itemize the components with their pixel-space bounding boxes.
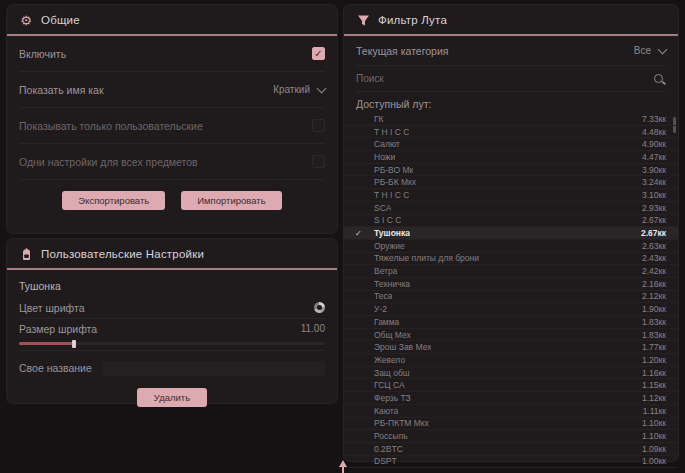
loot-item-value: 2.67кк: [641, 228, 666, 238]
loot-item-value: 3.24кк: [642, 177, 666, 187]
loot-item-name: Ветра: [374, 266, 397, 276]
loot-item-name: 0.2BTC: [374, 444, 403, 454]
loot-item-row[interactable]: Салют4.90кк: [344, 138, 678, 151]
checkbox[interactable]: ✓: [312, 47, 325, 60]
user-settings-panel-header: Пользовательские Настройки: [7, 239, 337, 270]
loot-item-row[interactable]: Эрош Зав Мех1.77кк: [344, 341, 678, 354]
custom-name-row: Свое название: [19, 359, 325, 377]
loot-item-row[interactable]: Ножи4.47кк: [344, 151, 678, 164]
custom-name-input[interactable]: [102, 361, 325, 376]
loot-item-value: 2.63кк: [642, 241, 666, 251]
loot-item-value: 2.67кк: [642, 215, 666, 225]
loot-item-value: 1.20кк: [642, 355, 666, 365]
loot-item-row[interactable]: ✓Тушонка2.67кк: [344, 227, 678, 240]
loot-item-name: Гамма: [374, 317, 399, 327]
user-settings-panel-title: Пользовательские Настройки: [41, 248, 204, 260]
loot-item-row[interactable]: ГК7.33кк: [344, 113, 678, 126]
settings-row: Показывать только пользовательские: [19, 108, 325, 144]
settings-label: Показывать только пользовательские: [19, 120, 203, 132]
loot-item-value: 1.83кк: [642, 317, 666, 327]
loot-item-row[interactable]: S I С С2.67кк: [344, 215, 678, 228]
import-button[interactable]: Импортировать: [181, 191, 281, 210]
loot-item-value: 1.12кк: [642, 393, 666, 403]
loot-item-name: Салют: [374, 139, 400, 149]
export-button[interactable]: Экспортировать: [62, 191, 165, 210]
loot-item-value: 1.00кк: [642, 456, 666, 466]
loot-item-row[interactable]: Каюта1.11кк: [344, 405, 678, 418]
current-category-row: Текущая категория Все: [356, 36, 666, 66]
loot-item-name: Т Н I С С: [374, 190, 409, 200]
loot-item-row[interactable]: У-21.90кк: [344, 303, 678, 316]
general-panel-header: ⚙ Общие: [7, 5, 337, 36]
loot-item-row[interactable]: Гамма1.83кк: [344, 316, 678, 329]
loot-item-row[interactable]: Ветра2.42кк: [344, 265, 678, 278]
loot-item-value: 2.12кк: [642, 291, 666, 301]
loot-item-name: Оружие: [374, 241, 405, 251]
loot-item-value: 2.16кк: [642, 279, 666, 289]
loot-item-value: 1.16кк: [642, 368, 666, 378]
category-select[interactable]: Все: [634, 45, 666, 56]
loot-item-name: РБ-БК Мкх: [374, 177, 416, 187]
settings-label: Включить: [19, 48, 66, 60]
checkbox[interactable]: [312, 119, 325, 132]
loot-item-name: SCA: [374, 203, 391, 213]
font-size-row: Размер шрифта 11.00: [19, 319, 325, 338]
search-row[interactable]: Поиск: [356, 66, 666, 92]
bottom-plant-icon: [338, 460, 348, 473]
loot-item-value: 1.83кк: [642, 330, 666, 340]
loot-item-row[interactable]: Т Н I С С4.48кк: [344, 126, 678, 139]
loot-item-row[interactable]: Общ Мех1.83кк: [344, 329, 678, 342]
loot-item-name: ГК: [374, 114, 384, 124]
loot-item-name: Каюта: [374, 406, 398, 416]
available-loot-label: Доступный лут:: [344, 92, 678, 113]
loot-item-name: У-2: [374, 304, 387, 314]
loot-item-value: 4.90кк: [642, 139, 666, 149]
loot-item-name: Ножи: [374, 152, 395, 162]
funnel-icon: [356, 13, 370, 27]
loot-item-row[interactable]: Оружие2.63кк: [344, 240, 678, 253]
color-wheel-icon[interactable]: [314, 302, 325, 313]
search-input[interactable]: Поиск: [356, 73, 384, 84]
checkbox[interactable]: [312, 155, 325, 168]
loot-item-row[interactable]: Ферзь ТЗ1.12кк: [344, 392, 678, 405]
loot-list: ГК7.33ккТ Н I С С4.48ккСалют4.90ккНожи4.…: [344, 113, 678, 468]
loot-item-name: Защ обш: [374, 368, 410, 378]
loot-filter-panel-title: Фильтр Лута: [378, 14, 447, 26]
loot-item-row[interactable]: Техничка2.16кк: [344, 278, 678, 291]
settings-row: Показать имя какКраткий: [19, 72, 325, 108]
name-mode-select[interactable]: Краткий: [273, 84, 325, 95]
loot-item-row[interactable]: DSPT1.00кк: [344, 456, 678, 469]
loot-item-row[interactable]: Защ обш1.16кк: [344, 367, 678, 380]
loot-item-row[interactable]: Россыпь1.10кк: [344, 430, 678, 443]
loot-item-value: 3.90кк: [642, 165, 666, 175]
loot-item-row[interactable]: SCA2.93кк: [344, 202, 678, 215]
settings-label: Показать имя как: [19, 84, 104, 96]
loot-item-name: Т Н I С С: [374, 127, 409, 137]
loot-item-name: ГСЦ СА: [374, 380, 405, 390]
loot-item-row[interactable]: Теса2.12кк: [344, 291, 678, 304]
loot-filter-panel: Фильтр Лута Текущая категория Все Поиск …: [344, 5, 678, 461]
loot-item-name: Теса: [374, 291, 392, 301]
loot-item-value: 4.47кк: [642, 152, 666, 162]
loot-item-name: Техничка: [374, 279, 410, 289]
settings-row: Одни настройки для всех предметов: [19, 144, 325, 180]
backpack-icon: [19, 247, 33, 261]
loot-item-row[interactable]: РБ-БК Мкх3.24кк: [344, 176, 678, 189]
loot-item-name: Общ Мех: [374, 330, 411, 340]
font-size-slider[interactable]: [19, 339, 325, 351]
loot-item-value: 1.15кк: [642, 380, 666, 390]
slider-handle[interactable]: [72, 340, 76, 348]
loot-item-value: 1.09кк: [642, 444, 666, 454]
loot-item-row[interactable]: 0.2BTC1.09кк: [344, 443, 678, 456]
loot-item-value: 1.77кк: [642, 342, 666, 352]
general-panel-title: Общие: [41, 14, 80, 26]
loot-item-value: 7.33кк: [642, 114, 666, 124]
loot-item-row[interactable]: ГСЦ СА1.15кк: [344, 379, 678, 392]
loot-item-row[interactable]: РБ-ВО Мк3.90кк: [344, 164, 678, 177]
loot-item-row[interactable]: РБ-ПКТМ Мкх1.10кк: [344, 418, 678, 431]
delete-button[interactable]: Удалить: [137, 388, 207, 407]
loot-item-row[interactable]: Тяжелые плиты для брони2.43кк: [344, 253, 678, 266]
loot-item-row[interactable]: Т Н I С С3.10кк: [344, 189, 678, 202]
loot-item-row[interactable]: Жевело1.20кк: [344, 354, 678, 367]
category-select-value: Все: [634, 45, 651, 56]
